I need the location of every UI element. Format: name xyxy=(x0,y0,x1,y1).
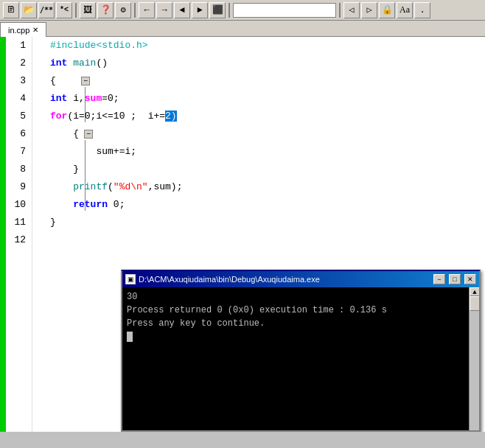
line-num-12: 12 xyxy=(12,231,26,249)
console-output-2: Process returned 0 (0x0) execution time … xyxy=(127,304,464,317)
console-content: 30 Process returned 0 (0x0) execution ti… xyxy=(122,287,479,430)
toolbar-prev-btn[interactable]: ◄ xyxy=(174,2,190,18)
toolbar-forward-btn[interactable]: → xyxy=(156,2,172,18)
toolbar-sep1 xyxy=(75,3,77,18)
code-line-12 xyxy=(35,231,482,249)
line-num-2: 2 xyxy=(12,55,26,72)
code-line-4: int i,sum=0; xyxy=(35,90,482,108)
toolbar-new-btn[interactable]: 🖹 xyxy=(3,2,19,18)
toolbar-gear-btn[interactable]: ⚙ xyxy=(115,2,131,18)
line-num-11: 11 xyxy=(12,214,26,231)
fold-col-12 xyxy=(35,231,50,249)
console-title-text: D:\ACM\Axuqiudaima\bin\Debug\Axuqiudaima… xyxy=(139,275,430,284)
console-close-btn[interactable]: ✕ xyxy=(464,274,476,284)
code-line-3: − { xyxy=(35,72,482,90)
code-line-5: for(i=0;i<=10 ; i+=2) xyxy=(35,108,482,125)
code-line-7: sum+=i; xyxy=(35,143,482,161)
line-num-10: 10 xyxy=(12,196,26,214)
line-num-9: 9 xyxy=(12,178,26,196)
line-num-1: 1 xyxy=(12,37,26,55)
toolbar-img-btn[interactable]: 🖼 xyxy=(80,2,96,18)
code-content-8: } xyxy=(50,161,79,178)
code-content-12 xyxy=(50,231,56,249)
code-content-10: return 0; xyxy=(50,196,125,214)
code-content-5: for(i=0;i<=10 ; i+=2) xyxy=(50,108,177,125)
code-content-1: #include<stdio.h> xyxy=(50,37,148,55)
toolbar-search-input[interactable] xyxy=(233,3,336,18)
line-num-8: 8 xyxy=(12,161,26,178)
console-cursor xyxy=(127,332,133,342)
line-num-6: 6 xyxy=(12,125,26,143)
code-content-2: int main() xyxy=(50,55,108,72)
toolbar-sep3 xyxy=(228,3,230,18)
code-line-8: } xyxy=(35,161,482,178)
toolbar-comment-btn[interactable]: /** xyxy=(38,2,55,18)
line-num-4: 4 xyxy=(12,90,26,108)
toolbar-dot-btn[interactable]: . xyxy=(414,2,430,18)
code-line-11: } xyxy=(35,214,482,231)
fold-icon-6[interactable]: − xyxy=(84,130,93,139)
code-line-10: return 0; xyxy=(35,196,482,214)
console-scrollbar[interactable]: ▲ xyxy=(469,287,479,430)
toolbar-sep4 xyxy=(339,3,341,18)
code-content-7: sum+=i; xyxy=(50,143,136,161)
editor-container: 1 2 3 4 5 6 7 8 9 10 11 12 #include<stdi… xyxy=(0,37,485,432)
console-output-1: 30 xyxy=(127,290,464,304)
scrollbar-thumb[interactable] xyxy=(470,296,479,311)
toolbar-nav-fwd-btn[interactable]: ▷ xyxy=(361,2,377,18)
line-num-7: 7 xyxy=(12,143,26,161)
toolbar-next-btn[interactable]: ► xyxy=(192,2,208,18)
tab-in-cpp[interactable]: in.cpp ✕ xyxy=(0,22,46,37)
toolbar: 🖹 📂 /** *< 🖼 ❓ ⚙ ← → ◄ ► ⬛ ◁ ▷ 🔒 Aa . xyxy=(0,0,485,21)
tab-bar: in.cpp ✕ xyxy=(0,21,485,37)
toolbar-aa-btn[interactable]: Aa xyxy=(397,2,413,18)
tab-close-btn[interactable]: ✕ xyxy=(32,26,38,34)
fold-col-11 xyxy=(35,214,50,231)
green-bar xyxy=(0,37,6,432)
tab-label: in.cpp xyxy=(8,26,29,35)
line-numbers: 1 2 3 4 5 6 7 8 9 10 11 12 xyxy=(6,37,32,432)
line-num-5: 5 xyxy=(12,108,26,125)
console-minimize-btn[interactable]: − xyxy=(433,274,445,284)
toolbar-stop-btn[interactable]: ⬛ xyxy=(209,2,226,18)
toolbar-open-btn[interactable]: 📂 xyxy=(21,2,37,18)
line-num-3: 3 xyxy=(12,72,26,90)
code-editor[interactable]: #include<stdio.h> int main() − { int i,s… xyxy=(32,37,485,432)
fold-col-1 xyxy=(35,37,50,55)
toolbar-arrow-btn[interactable]: *< xyxy=(56,2,72,18)
code-line-6: − { xyxy=(35,125,482,143)
toolbar-sep2 xyxy=(134,3,136,18)
console-body: 30 Process returned 0 (0x0) execution ti… xyxy=(122,287,469,430)
console-maximize-btn[interactable]: □ xyxy=(449,274,461,284)
code-line-9: printf("%d\n",sum); xyxy=(35,178,482,196)
fold-icon-3[interactable]: − xyxy=(81,77,90,85)
toolbar-back-btn[interactable]: ← xyxy=(139,2,155,18)
console-output-3: Press any key to continue. xyxy=(127,317,464,330)
console-title-icon: ▣ xyxy=(125,274,136,284)
code-line-1: #include<stdio.h> xyxy=(35,37,482,55)
scrollbar-up-btn[interactable]: ▲ xyxy=(470,287,479,296)
code-line-2: int main() xyxy=(35,55,482,72)
toolbar-nav-back-btn[interactable]: ◁ xyxy=(343,2,360,18)
toolbar-lock-btn[interactable]: 🔒 xyxy=(379,2,395,18)
code-content-9: printf("%d\n",sum); xyxy=(50,178,182,196)
code-content-11: } xyxy=(50,214,56,231)
console-output-4 xyxy=(127,330,464,343)
console-titlebar: ▣ D:\ACM\Axuqiudaima\bin\Debug\Axuqiudai… xyxy=(122,271,479,287)
code-content-3: { xyxy=(50,72,56,90)
toolbar-help-btn[interactable]: ❓ xyxy=(97,2,114,18)
console-window: ▣ D:\ACM\Axuqiudaima\bin\Debug\Axuqiudai… xyxy=(121,270,481,432)
code-content-6: { xyxy=(50,125,79,143)
